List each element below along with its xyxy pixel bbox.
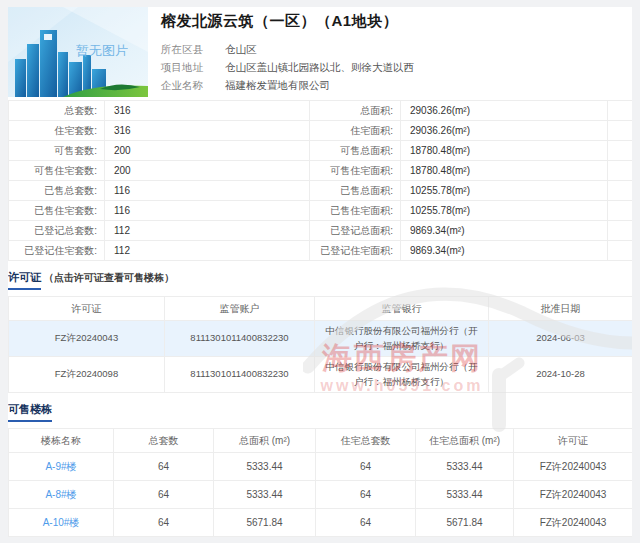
stat-label: 已售总套数: bbox=[9, 181, 105, 201]
buildings-col-name: 楼栋名称 bbox=[9, 429, 114, 453]
project-stats-table: 总套数:316总面积:29036.26(m²) 住宅套数:316住宅面积:290… bbox=[8, 100, 632, 261]
stat-value: 10255.78(m²) bbox=[401, 181, 608, 201]
stat-spacer bbox=[608, 201, 633, 221]
building-row: A-8#楼 64 5333.44 64 5333.44 FZ许20240043 bbox=[9, 481, 633, 509]
address-label: 项目地址 bbox=[161, 58, 211, 76]
info-row-address: 项目地址 仓山区盖山镇北园路以北、则徐大道以西 bbox=[161, 58, 414, 76]
permits-header-row: 许可证 监管账户 监管银行 批准日期 bbox=[9, 297, 633, 321]
building-res-area-cell: 5333.44 bbox=[416, 453, 514, 481]
building-row: A-9#楼 64 5333.44 64 5333.44 FZ许20240043 bbox=[9, 453, 633, 481]
stat-label: 已登记住宅面积: bbox=[310, 241, 401, 261]
stat-value: 200 bbox=[105, 161, 310, 181]
buildings-table-body: A-9#楼 64 5333.44 64 5333.44 FZ许20240043 … bbox=[9, 453, 633, 537]
permit-row[interactable]: FZ许20240098 8111301011400832230 中信银行股份有限… bbox=[9, 357, 633, 393]
building-res-units-cell: 64 bbox=[316, 481, 416, 509]
stats-row: 可售套数:200可售总面积:18780.48(m²) bbox=[9, 141, 633, 161]
building-units-cell: 64 bbox=[114, 453, 214, 481]
district-label: 所在区县 bbox=[161, 40, 211, 58]
building-res-units-cell: 64 bbox=[316, 453, 416, 481]
stats-row: 总套数:316总面积:29036.26(m²) bbox=[9, 101, 633, 121]
buildings-col-permit: 许可证 bbox=[514, 429, 633, 453]
stat-spacer bbox=[608, 141, 633, 161]
buildings-col-res-units: 住宅总套数 bbox=[316, 429, 416, 453]
project-thumbnail[interactable]: 暂无图片 bbox=[8, 7, 148, 97]
stat-value: 10255.78(m²) bbox=[401, 201, 608, 221]
company-value: 福建榕发置地有限公司 bbox=[225, 76, 330, 94]
permit-bank-cell: 中信银行股份有限公司福州分行（开户行：福州杨桥支行） bbox=[315, 321, 489, 357]
stat-value: 200 bbox=[105, 141, 310, 161]
permit-date-cell: 2024-06-03 bbox=[489, 321, 633, 357]
stat-label: 可售总面积: bbox=[310, 141, 401, 161]
building-units-cell: 64 bbox=[114, 509, 214, 537]
buildings-col-units: 总套数 bbox=[114, 429, 214, 453]
building-permit-cell: FZ许20240043 bbox=[514, 481, 633, 509]
permits-section-note: （点击许可证查看可售楼栋） bbox=[44, 272, 174, 283]
building-area-cell: 5333.44 bbox=[214, 453, 316, 481]
stats-row: 已售住宅套数:116已售住宅面积:10255.78(m²) bbox=[9, 201, 633, 221]
buildings-table: 楼栋名称 总套数 总面积 (m²) 住宅总套数 住宅总面积 (m²) 许可证 A… bbox=[8, 428, 632, 537]
stat-spacer bbox=[608, 241, 633, 261]
permit-account-cell: 8111301011400832230 bbox=[165, 321, 315, 357]
stat-spacer bbox=[608, 101, 633, 121]
building-link[interactable]: A-8#楼 bbox=[45, 489, 76, 500]
permit-row[interactable]: FZ许20240043 8111301011400832230 中信银行股份有限… bbox=[9, 321, 633, 357]
buildings-section-header: 可售楼栋 bbox=[8, 402, 632, 422]
stat-value: 18780.48(m²) bbox=[401, 161, 608, 181]
stats-row: 住宅套数:316住宅面积:29036.26(m²) bbox=[9, 121, 633, 141]
stat-value: 112 bbox=[105, 221, 310, 241]
building-area-cell: 5671.84 bbox=[214, 509, 316, 537]
stat-label: 可售住宅面积: bbox=[310, 161, 401, 181]
building-units-cell: 64 bbox=[114, 481, 214, 509]
no-image-text: 暂无图片 bbox=[76, 43, 128, 58]
building-row: A-10#楼 64 5671.84 64 5671.84 FZ许20240043 bbox=[9, 509, 633, 537]
permits-table: 许可证 监管账户 监管银行 批准日期 FZ许20240043 811130101… bbox=[8, 296, 632, 393]
stat-value: 18780.48(m²) bbox=[401, 141, 608, 161]
permits-section-header: 许可证（点击许可证查看可售楼栋） bbox=[8, 270, 632, 290]
building-permit-cell: FZ许20240043 bbox=[514, 453, 633, 481]
building-res-area-cell: 5333.44 bbox=[416, 481, 514, 509]
stats-row: 已售总套数:116已售总面积:10255.78(m²) bbox=[9, 181, 633, 201]
building-name-cell: A-10#楼 bbox=[9, 509, 114, 537]
stat-label: 总面积: bbox=[310, 101, 401, 121]
stat-value: 316 bbox=[105, 101, 310, 121]
stat-label: 已登记总面积: bbox=[310, 221, 401, 241]
buildings-col-res-area: 住宅总面积 (m²) bbox=[416, 429, 514, 453]
district-value: 仓山区 bbox=[225, 40, 257, 58]
stat-label: 可售套数: bbox=[9, 141, 105, 161]
stat-label: 已登记住宅套数: bbox=[9, 241, 105, 261]
stat-spacer bbox=[608, 181, 633, 201]
stat-label: 住宅套数: bbox=[9, 121, 105, 141]
building-name-cell: A-8#楼 bbox=[9, 481, 114, 509]
permit-number-cell[interactable]: FZ许20240043 bbox=[9, 321, 165, 357]
permits-col-permit: 许可证 bbox=[9, 297, 165, 321]
city-skyline-placeholder-image: 暂无图片 bbox=[8, 7, 148, 97]
building-res-area-cell: 5671.84 bbox=[416, 509, 514, 537]
address-value: 仓山区盖山镇北园路以北、则徐大道以西 bbox=[225, 58, 414, 76]
permit-bank-cell: 中信银行股份有限公司福州分行（开户行：福州杨桥支行） bbox=[315, 357, 489, 393]
page-title: 榕发北源云筑（一区）（A1地块） bbox=[161, 12, 414, 31]
project-header: 暂无图片 榕发北源云筑（一区）（A1地块） 所在区县 仓山区 项目地址 仓山区盖… bbox=[8, 7, 632, 97]
permit-number-cell[interactable]: FZ许20240098 bbox=[9, 357, 165, 393]
building-res-units-cell: 64 bbox=[316, 509, 416, 537]
buildings-header-row: 楼栋名称 总套数 总面积 (m²) 住宅总套数 住宅总面积 (m²) 许可证 bbox=[9, 429, 633, 453]
info-row-district: 所在区县 仓山区 bbox=[161, 40, 414, 58]
stat-label: 可售住宅套数: bbox=[9, 161, 105, 181]
stat-label: 已登记总套数: bbox=[9, 221, 105, 241]
building-link[interactable]: A-10#楼 bbox=[43, 517, 80, 528]
buildings-table-head: 楼栋名称 总套数 总面积 (m²) 住宅总套数 住宅总面积 (m²) 许可证 bbox=[9, 429, 633, 453]
stats-row: 已登记总套数:112已登记总面积:9869.34(m²) bbox=[9, 221, 633, 241]
stat-label: 住宅面积: bbox=[310, 121, 401, 141]
stat-label: 已售住宅套数: bbox=[9, 201, 105, 221]
building-link[interactable]: A-9#楼 bbox=[45, 461, 76, 472]
stat-value: 29036.26(m²) bbox=[401, 121, 608, 141]
stat-value: 316 bbox=[105, 121, 310, 141]
building-permit-cell: FZ许20240043 bbox=[514, 509, 633, 537]
building-name-cell: A-9#楼 bbox=[9, 453, 114, 481]
info-row-company: 企业名称 福建榕发置地有限公司 bbox=[161, 76, 414, 94]
stats-body: 总套数:316总面积:29036.26(m²) 住宅套数:316住宅面积:290… bbox=[9, 101, 633, 261]
stat-value: 116 bbox=[105, 201, 310, 221]
permits-table-body: FZ许20240043 8111301011400832230 中信银行股份有限… bbox=[9, 321, 633, 393]
permits-section-title: 许可证 bbox=[8, 270, 41, 290]
stat-spacer bbox=[608, 121, 633, 141]
stat-value: 9869.34(m²) bbox=[401, 221, 608, 241]
